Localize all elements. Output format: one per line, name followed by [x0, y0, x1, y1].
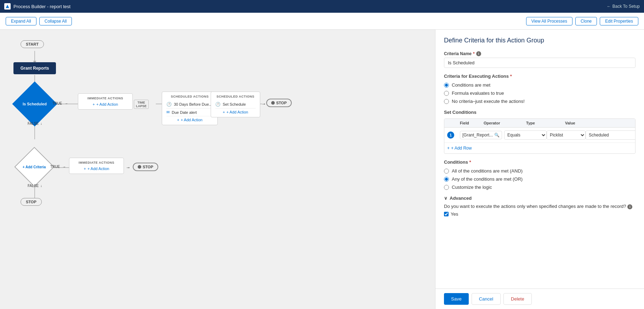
stop-node-2: STOP [133, 163, 158, 171]
flow-container: START Grant Reports Is Scheduled TRUE [7, 37, 428, 256]
chevron-down-icon: ∨ [444, 196, 448, 201]
add-action-button-4[interactable]: + + Add Action [74, 167, 119, 171]
panel-title: Define Criteria for this Action Group [444, 37, 636, 44]
false-label-2: FALSE ↓ [28, 184, 42, 188]
conditions-header: Field Operator Type Value [444, 119, 635, 128]
required-asterisk: * [473, 51, 475, 56]
topbar: Process Builder - report test ← Back To … [0, 0, 644, 13]
arrow-to-stop-1: → [261, 101, 266, 106]
conditions-radio-group: All of the conditions are met (AND) Any … [444, 168, 636, 190]
set-conditions-label: Set Conditions [444, 110, 636, 115]
advanced-content: Do you want to execute the actions only … [444, 204, 636, 217]
stop-dot-2 [138, 165, 141, 169]
true-label-1: TRUE → [52, 101, 68, 105]
conditions-table: Field Operator Type Value 1 [Grant_Repor… [444, 118, 636, 154]
plus-icon-3: + [223, 110, 225, 114]
field-input-1[interactable]: [Grant_Report... 🔍 [460, 131, 502, 139]
add-action-button-1[interactable]: + + Add Action [82, 102, 128, 106]
criteria-exec-radio-group: Conditions are met Formula evaluates to … [444, 82, 636, 104]
scheduled-actions-box-2: SCHEDULED ACTIONS 🕐 Set Schedule + + Add… [211, 92, 260, 117]
edit-properties-button[interactable]: Edit Properties [600, 17, 638, 25]
toolbar-left: Expand All Collapse All [6, 17, 523, 25]
time-lapse-badge: TIME LAPSE [134, 100, 149, 109]
stop-node-3: STOP [21, 198, 42, 206]
arrow-to-stop-2: → [126, 165, 130, 170]
type-select-1[interactable]: Picklist [547, 130, 586, 140]
canvas: START Grant Reports Is Scheduled TRUE [0, 30, 435, 309]
advanced-info-icon[interactable]: i [627, 204, 632, 209]
plus-icon-4: + [84, 167, 86, 171]
right-panel: Define Criteria for this Action Group Cr… [435, 30, 644, 309]
add-criteria-diamond[interactable]: + Add Criteria [20, 153, 49, 181]
advanced-toggle[interactable]: ∨ Advanced [444, 196, 636, 201]
immediate-actions-box-2: IMMEDIATE ACTIONS + + Add Action [69, 158, 124, 174]
toolbar-right: View All Processes Clone Edit Properties [526, 17, 638, 25]
expand-all-button[interactable]: Expand All [6, 17, 36, 25]
start-node: START [21, 40, 44, 48]
scheduled-item-1[interactable]: 🕐 30 Days Before Due... [166, 100, 213, 109]
criteria-name-info-icon[interactable]: i [476, 51, 481, 56]
clock-icon-1: 🕐 [166, 102, 172, 107]
radio-no-criteria[interactable]: No criteria–just execute the actions! [444, 99, 636, 104]
criteria-name-input[interactable] [444, 58, 636, 68]
advanced-yes-checkbox[interactable] [444, 212, 449, 216]
plus-icon-row: + [447, 146, 450, 151]
panel-footer: Save Cancel Delete [435, 288, 644, 309]
radio-or[interactable]: Any of the conditions are met (OR) [444, 176, 636, 182]
advanced-section: ∨ Advanced Do you want to execute the ac… [444, 196, 636, 217]
true-label-2: TRUE → [50, 165, 66, 169]
collapse-all-button[interactable]: Collapse All [39, 17, 72, 25]
save-button[interactable]: Save [444, 293, 469, 305]
scheduled-item-3[interactable]: 🕐 Set Schedule [215, 100, 256, 109]
conditions-label: Conditions * [444, 159, 636, 165]
false-label-1: FALSE ↓ [28, 122, 42, 126]
trigger-node[interactable]: Grant Reports [13, 62, 56, 74]
immediate-actions-box-1: IMMEDIATE ACTIONS + + Add Action [78, 93, 133, 110]
page-title: Process Builder - report test [13, 4, 604, 9]
plus-icon-1: + [93, 102, 95, 106]
advanced-yes-checkbox-row: Yes [444, 211, 636, 217]
toolbar: Expand All Collapse All View All Process… [0, 13, 644, 30]
scheduled-item-2[interactable]: ✉ Due Date alert [166, 109, 213, 116]
search-icon-1: 🔍 [494, 133, 500, 138]
plus-icon-2: + [177, 118, 179, 122]
clock-icon-2: 🕐 [215, 102, 221, 107]
mail-icon-1: ✉ [166, 110, 170, 115]
main-layout: START Grant Reports Is Scheduled TRUE [0, 30, 644, 309]
add-action-button-2[interactable]: + + Add Action [166, 118, 213, 122]
radio-formula[interactable]: Formula evaluates to true [444, 91, 636, 96]
cancel-button[interactable]: Cancel [472, 293, 501, 305]
criteria-exec-label: Criteria for Executing Actions * [444, 74, 636, 79]
operator-select-1[interactable]: Equals [504, 130, 547, 140]
radio-custom[interactable]: Customize the logic [444, 185, 636, 190]
row-number-1: 1 [447, 132, 454, 139]
back-to-setup-button[interactable]: ← Back To Setup [607, 4, 640, 9]
view-all-processes-button[interactable]: View All Processes [526, 17, 572, 25]
panel-body: Define Criteria for this Action Group Cr… [435, 30, 644, 288]
condition-row-1: 1 [Grant_Report... 🔍 Equals Picklist Sch… [444, 128, 635, 143]
value-select-1[interactable]: Scheduled [586, 130, 636, 140]
add-row-button[interactable]: + + Add Row [444, 143, 635, 153]
radio-and[interactable]: All of the conditions are met (AND) [444, 168, 636, 174]
salesforce-logo [4, 3, 11, 10]
radio-conditions-met[interactable]: Conditions are met [444, 82, 636, 88]
back-arrow-icon: ← [607, 4, 611, 9]
clone-button[interactable]: Clone [575, 17, 597, 25]
scheduled-actions-box-1: SCHEDULED ACTIONS 🕐 30 Days Before Due..… [162, 92, 218, 125]
stop-node-1: STOP [266, 99, 292, 107]
is-scheduled-diamond[interactable]: Is Scheduled [19, 88, 51, 120]
stop-dot-1 [271, 101, 275, 105]
criteria-name-label: Criteria Name * i [444, 51, 636, 56]
add-action-button-3[interactable]: + + Add Action [215, 110, 256, 114]
flow-connectors [7, 37, 333, 256]
delete-button[interactable]: Delete [503, 293, 532, 305]
